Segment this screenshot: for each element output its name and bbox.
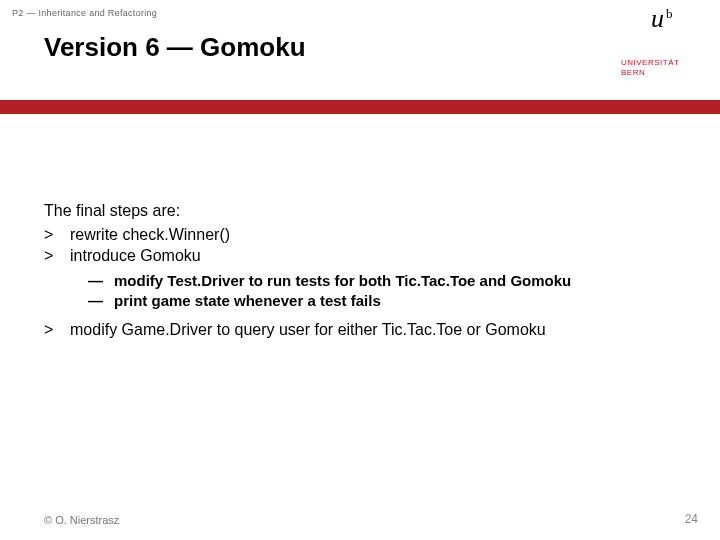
title-band: Version 6 — Gomoku [0, 18, 720, 77]
logo-text: UNIVERSITÄT BERN [621, 58, 679, 77]
sub-list-item-text: modify Test.Driver to run tests for both… [114, 271, 571, 291]
list-item: > rewrite check.Winner() [44, 224, 676, 246]
list-item-text: modify Game.Driver to query user for eit… [70, 319, 546, 341]
dash-marker: — [88, 291, 114, 311]
footer-copyright: © O. Nierstrasz [44, 514, 119, 526]
logo-u-glyph: u [651, 6, 664, 32]
content-body: The final steps are: > rewrite check.Win… [44, 200, 676, 341]
bullet-marker: > [44, 245, 70, 267]
sub-list-item: — modify Test.Driver to run tests for bo… [88, 271, 676, 291]
lead-text: The final steps are: [44, 200, 676, 222]
list-item: > modify Game.Driver to query user for e… [44, 319, 676, 341]
list-item-text: rewrite check.Winner() [70, 224, 230, 246]
bullet-marker: > [44, 319, 70, 341]
page-number: 24 [685, 512, 698, 526]
dash-marker: — [88, 271, 114, 291]
university-logo: u b UNIVERSITÄT BERN [615, 0, 720, 100]
sub-list-item: — print game state whenever a test fails [88, 291, 676, 311]
logo-monogram: u b [651, 6, 673, 32]
accent-bar [0, 100, 720, 114]
list-item-text: introduce Gomoku [70, 245, 201, 267]
logo-text-line2: BERN [621, 68, 679, 78]
list-item: > introduce Gomoku [44, 245, 676, 267]
sub-list-item-text: print game state whenever a test fails [114, 291, 381, 311]
breadcrumb: P2 — Inheritance and Refactoring [12, 8, 157, 18]
slide: P2 — Inheritance and Refactoring Version… [0, 0, 720, 540]
logo-text-line1: UNIVERSITÄT [621, 58, 679, 68]
logo-b-glyph: b [666, 7, 673, 32]
bullet-marker: > [44, 224, 70, 246]
